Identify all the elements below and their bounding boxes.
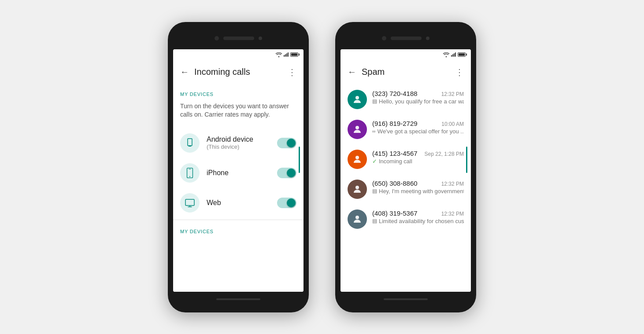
preview-text-2: We've got a special offer for you ... [378, 128, 464, 135]
device-item-android[interactable]: Android device (This device) [173, 128, 303, 158]
svg-rect-0 [188, 139, 192, 146]
iphone-toggle[interactable] [277, 168, 296, 178]
status-bar-1 [173, 49, 303, 60]
preview-text-5: Limited availability for chosen cust... [379, 218, 464, 224]
avatar-2 [348, 120, 367, 139]
more-options-1[interactable]: ⋮ [288, 67, 296, 77]
person-icon-1 [352, 94, 363, 105]
person-icon-2 [352, 124, 363, 135]
incoming-calls-content: MY DEVICES Turn on the devices you want … [173, 84, 303, 292]
status-icons-1 [275, 52, 298, 57]
spam-contact-2[interactable]: (916) 819-2729 10:00 AM ∞ We've got a sp… [341, 114, 471, 144]
contact-number-1: (323) 720-4188 [372, 90, 418, 97]
device-item-iphone[interactable]: iPhone [173, 158, 303, 188]
contact-top-row-4: (650) 308-8860 12:32 PM [372, 180, 464, 187]
contact-preview-4: ▤ Hey, I'm meeting with governmental ... [372, 188, 464, 195]
spam-contact-5[interactable]: (408) 319-5367 12:32 PM ▤ Limited availa… [341, 204, 471, 234]
screen-1: ← Incoming calls ⋮ MY DEVICES Turn on th… [173, 49, 303, 292]
top-bezel-2 [341, 27, 471, 49]
top-bezel-1 [173, 27, 303, 49]
scroll-indicator-2 [466, 147, 467, 173]
person-icon-4 [352, 184, 363, 195]
contact-top-row-2: (916) 819-2729 10:00 AM [372, 120, 464, 127]
web-device-name: Web [207, 199, 270, 207]
spam-content: (323) 720-4188 12:32 PM ▤ Hello, you qua… [341, 84, 471, 292]
battery-fill-2 [459, 53, 465, 56]
status-icons-2 [443, 52, 466, 57]
contact-time-4: 12:32 PM [441, 181, 464, 187]
message-icon-1: ▤ [372, 98, 377, 104]
avatar-4 [348, 180, 367, 199]
android-device-info: Android device (This device) [207, 136, 270, 150]
contact-details-4: (650) 308-8860 12:32 PM ▤ Hey, I'm meeti… [372, 180, 464, 195]
more-options-2[interactable]: ⋮ [455, 67, 464, 77]
spam-contact-3[interactable]: (415) 123-4567 Sep 22, 1:28 PM ✓ Incomin… [341, 144, 471, 174]
camera-dot-2 [382, 36, 386, 40]
svg-point-9 [355, 126, 359, 129]
contact-top-row-1: (323) 720-4188 12:32 PM [372, 90, 464, 97]
signal-icon [284, 52, 289, 57]
phone-2: ← Spam ⋮ (323) 720-4188 12:32 PM [335, 22, 476, 312]
iphone-icon-circle [180, 163, 200, 183]
iphone-device-name: iPhone [207, 169, 270, 177]
person-icon-3 [352, 154, 363, 165]
speaker-2 [391, 37, 422, 40]
contact-details-3: (415) 123-4567 Sep 22, 1:28 PM ✓ Incomin… [372, 150, 464, 165]
camera-front-2 [426, 37, 429, 40]
web-device-icon [185, 198, 195, 208]
device-item-web[interactable]: Web [173, 188, 303, 218]
contact-time-2: 10:00 AM [441, 121, 464, 127]
preview-text-1: Hello, you qualify for free a car wash [379, 98, 464, 105]
spam-contact-4[interactable]: (650) 308-8860 12:32 PM ▤ Hey, I'm meeti… [341, 174, 471, 204]
contact-preview-1: ▤ Hello, you qualify for free a car wash [372, 98, 464, 105]
section-header-1b: MY DEVICES [173, 222, 303, 238]
app-container: ← Incoming calls ⋮ MY DEVICES Turn on th… [168, 22, 476, 312]
wifi-icon-2 [443, 52, 450, 57]
contact-number-2: (916) 819-2729 [372, 120, 418, 127]
avatar-1 [348, 90, 367, 109]
svg-point-3 [189, 176, 190, 177]
contact-preview-2: ∞ We've got a special offer for you ... [372, 128, 464, 135]
contact-details-5: (408) 319-5367 12:32 PM ▤ Limited availa… [372, 209, 464, 224]
contact-top-row-5: (408) 319-5367 12:32 PM [372, 209, 464, 217]
battery-icon-2 [458, 52, 466, 57]
svg-point-10 [355, 156, 359, 159]
back-button-1[interactable]: ← [180, 67, 189, 77]
contact-details-2: (916) 819-2729 10:00 AM ∞ We've got a sp… [372, 120, 464, 135]
web-icon-circle [180, 193, 200, 213]
message-icon-4: ▤ [372, 188, 377, 194]
contact-number-5: (408) 319-5367 [372, 209, 418, 217]
scroll-indicator-1 [299, 147, 300, 173]
screen-2: ← Spam ⋮ (323) 720-4188 12:32 PM [341, 49, 471, 292]
camera-front-1 [259, 37, 262, 40]
android-device-name: Android device [207, 136, 270, 143]
home-indicator-2 [384, 298, 428, 300]
iphone-device-info: iPhone [207, 169, 270, 177]
voicemail-icon-2: ∞ [372, 128, 376, 134]
web-toggle[interactable] [277, 198, 296, 208]
back-button-2[interactable]: ← [348, 67, 356, 77]
avatar-5 [348, 209, 367, 229]
android-device-sub: (This device) [207, 143, 270, 150]
android-device-icon [185, 138, 195, 148]
contact-preview-5: ▤ Limited availability for chosen cust..… [372, 218, 464, 224]
spam-contact-1[interactable]: (323) 720-4188 12:32 PM ▤ Hello, you qua… [341, 84, 471, 114]
screen-title-1: Incoming calls [194, 67, 282, 77]
android-toggle[interactable] [277, 138, 296, 148]
person-icon-5 [352, 214, 363, 224]
home-indicator-1 [216, 298, 260, 300]
svg-point-11 [355, 186, 359, 189]
description-text-1: Turn on the devices you want to answer c… [173, 100, 303, 128]
contact-number-4: (650) 308-8860 [372, 180, 418, 187]
status-bar-2 [341, 49, 471, 60]
section-header-1: MY DEVICES [173, 84, 303, 100]
iphone-toggle-thumb [287, 169, 296, 177]
svg-point-12 [355, 216, 359, 219]
phone-1: ← Incoming calls ⋮ MY DEVICES Turn on th… [168, 22, 309, 312]
svg-rect-4 [189, 169, 191, 169]
contact-time-1: 12:32 PM [441, 91, 464, 97]
contact-number-3: (415) 123-4567 [372, 150, 418, 157]
web-device-info: Web [207, 199, 270, 207]
iphone-device-icon [185, 168, 195, 178]
contact-time-3: Sep 22, 1:28 PM [425, 151, 464, 157]
